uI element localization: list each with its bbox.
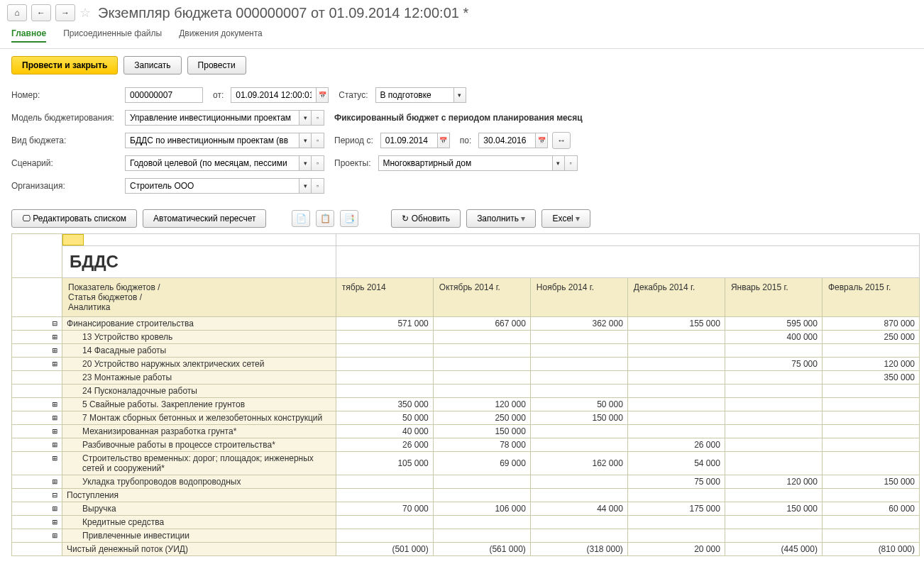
grid-cell[interactable] [627, 344, 725, 358]
grid-cell[interactable]: 70 000 [336, 502, 433, 516]
grid-cell[interactable]: 120 000 [725, 475, 822, 489]
refresh-button[interactable]: ↻ Обновить [391, 209, 461, 228]
grid-cell[interactable]: 150 000 [433, 425, 530, 438]
paste-special-button[interactable]: 📑 [340, 210, 358, 227]
grid-cell[interactable]: 106 000 [433, 502, 530, 516]
grid-cell[interactable]: 50 000 [530, 398, 627, 411]
grid-cell[interactable]: 54 000 [627, 452, 725, 475]
grid-cell[interactable] [822, 411, 919, 425]
favorite-icon[interactable]: ☆ [79, 5, 91, 21]
grid-cell[interactable] [725, 425, 822, 438]
row-label[interactable]: Укладка трубопроводов водопроводных [62, 475, 336, 489]
tree-toggle[interactable]: ⊞ [12, 438, 62, 452]
tab-moves[interactable]: Движения документа [179, 28, 263, 43]
grid-cell[interactable]: 400 000 [725, 331, 822, 344]
tree-toggle[interactable]: ⊞ [12, 398, 62, 411]
row-label[interactable]: 24 Пусконаладочные работы [62, 385, 336, 398]
row-label[interactable]: Поступления [62, 489, 336, 502]
projects-field[interactable] [378, 155, 552, 171]
number-field[interactable] [125, 87, 203, 103]
row-label[interactable]: Чистый денежный поток (УИД) [62, 543, 336, 556]
grid-cell[interactable] [530, 385, 627, 398]
grid-cell[interactable] [725, 385, 822, 398]
grid-cell[interactable]: 150 000 [822, 475, 919, 489]
grid-cell[interactable] [433, 371, 530, 385]
grid-cell[interactable]: 78 000 [433, 438, 530, 452]
grid-cell[interactable]: 250 000 [822, 331, 919, 344]
grid-cell[interactable]: 26 000 [627, 438, 725, 452]
grid-cell[interactable]: (810 000) [822, 543, 919, 556]
grid-cell[interactable]: 120 000 [822, 358, 919, 371]
projects-dropdown-icon[interactable]: ▾ [552, 155, 565, 171]
grid-cell[interactable]: (318 000) [530, 543, 627, 556]
grid-cell[interactable] [725, 344, 822, 358]
grid-cell[interactable] [822, 489, 919, 502]
grid-cell[interactable] [530, 489, 627, 502]
grid-cell[interactable]: 69 000 [433, 452, 530, 475]
row-label[interactable]: 13 Устройство кровель [62, 331, 336, 344]
grid-cell[interactable] [725, 516, 822, 529]
grid-cell[interactable] [725, 371, 822, 385]
scenario-dropdown-icon[interactable]: ▾ [299, 155, 312, 171]
row-label[interactable]: 5 Свайные работы. Закрепление грунтов [62, 398, 336, 411]
back-button[interactable]: ← [31, 4, 51, 21]
grid-cell[interactable] [725, 452, 822, 475]
tree-toggle[interactable]: ⊞ [12, 529, 62, 543]
tree-toggle[interactable]: ⊞ [12, 344, 62, 358]
period-to-field[interactable] [478, 133, 535, 148]
projects-open-icon[interactable]: ▫ [565, 155, 578, 171]
row-label[interactable]: Привлеченные инвестиции [62, 529, 336, 543]
grid-cell[interactable]: 105 000 [336, 452, 433, 475]
scenario-field[interactable] [125, 155, 299, 171]
auto-recalc-button[interactable]: Автоматический пересчет [143, 209, 266, 228]
row-label[interactable]: 14 Фасадные работы [62, 344, 336, 358]
period-swap-button[interactable]: ↔ [552, 132, 571, 149]
save-button[interactable]: Записать [123, 56, 181, 74]
grid-cell[interactable] [627, 398, 725, 411]
grid-cell[interactable] [336, 371, 433, 385]
grid-cell[interactable]: 595 000 [725, 317, 822, 331]
grid-cell[interactable]: 350 000 [822, 371, 919, 385]
period-to-calendar-icon[interactable]: 📅 [535, 133, 548, 148]
grid-cell[interactable]: 667 000 [433, 317, 530, 331]
grid-cell[interactable] [627, 371, 725, 385]
grid-cell[interactable] [336, 529, 433, 543]
grid-cell[interactable] [433, 489, 530, 502]
tree-toggle[interactable]: ⊞ [12, 502, 62, 516]
row-label[interactable]: 20 Устройство наружных электрических сет… [62, 358, 336, 371]
org-dropdown-icon[interactable]: ▾ [299, 178, 312, 194]
tree-toggle[interactable]: ⊞ [12, 411, 62, 425]
row-label[interactable]: Строительство временных: дорог; площадок… [62, 452, 336, 475]
copy-button[interactable]: 📄 [292, 210, 310, 227]
grid-cell[interactable] [530, 358, 627, 371]
grid-cell[interactable] [627, 385, 725, 398]
grid-cell[interactable] [336, 489, 433, 502]
grid-cell[interactable] [530, 475, 627, 489]
grid-cell[interactable] [627, 516, 725, 529]
period-from-field[interactable] [380, 133, 437, 148]
grid-cell[interactable] [725, 398, 822, 411]
grid-cell[interactable] [627, 425, 725, 438]
grid-cell[interactable] [336, 516, 433, 529]
grid-cell[interactable]: 75 000 [627, 475, 725, 489]
row-label[interactable]: Финансирование строительства [62, 317, 336, 331]
grid-cell[interactable]: 175 000 [627, 502, 725, 516]
home-button[interactable]: ⌂ [7, 4, 27, 21]
grid-cell[interactable]: 571 000 [336, 317, 433, 331]
tree-toggle[interactable]: ⊟ [12, 317, 62, 331]
status-dropdown-icon[interactable]: ▾ [453, 87, 466, 103]
grid-cell[interactable] [822, 385, 919, 398]
grid-cell[interactable] [336, 358, 433, 371]
grid-cell[interactable] [530, 371, 627, 385]
grid-cell[interactable] [822, 516, 919, 529]
tree-toggle[interactable]: ⊞ [12, 516, 62, 529]
grid-cell[interactable]: 20 000 [627, 543, 725, 556]
tree-toggle[interactable]: ⊞ [12, 475, 62, 489]
grid-cell[interactable]: 350 000 [336, 398, 433, 411]
grid-cell[interactable]: 150 000 [725, 502, 822, 516]
grid-cell[interactable] [627, 358, 725, 371]
grid-cell[interactable]: 150 000 [530, 411, 627, 425]
budget-type-open-icon[interactable]: ▫ [312, 133, 324, 148]
org-field[interactable] [125, 178, 299, 194]
row-label[interactable]: Механизированная разработка грунта* [62, 425, 336, 438]
